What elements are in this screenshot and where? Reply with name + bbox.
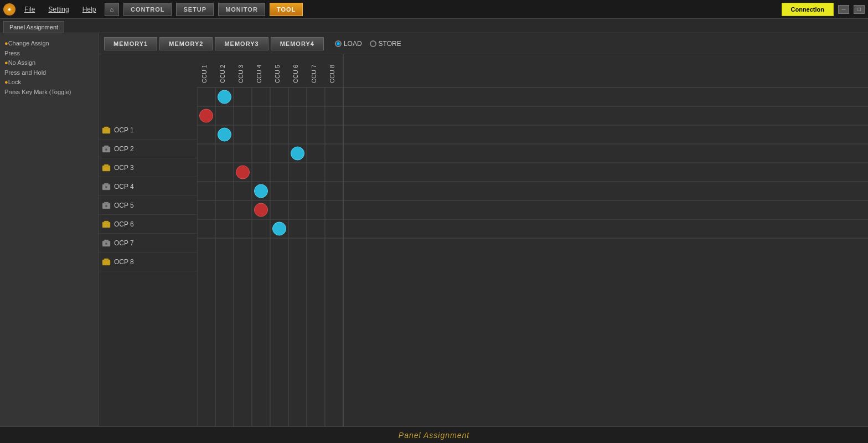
app-icon: ● (3, 3, 16, 16)
help-line-3b: Press Key Mark (Toggle) (4, 89, 71, 95)
svg-text:CCU 2: CCU 2 (219, 65, 226, 83)
svg-rect-8 (104, 183, 108, 185)
ocp1-label: OCP 1 (114, 126, 134, 134)
ocp6-icon (102, 220, 111, 229)
bullet-3: ● (4, 79, 8, 85)
ocp7-label: OCP 7 (114, 239, 134, 247)
nav-tool-button[interactable]: TOOL (270, 3, 303, 16)
panel-tab-bar: Panel Assignment (0, 19, 868, 33)
content-area: MEMORY1 MEMORY2 MEMORY3 MEMORY4 LOAD STO… (99, 33, 868, 426)
svg-point-53 (255, 184, 268, 198)
svg-text:CCU 7: CCU 7 (311, 65, 317, 83)
nav-control-button[interactable]: CONTROL (123, 3, 172, 16)
memory4-button[interactable]: MEMORY4 (271, 37, 324, 50)
svg-point-17 (105, 243, 107, 245)
store-radio-circle (370, 40, 376, 47)
menu-help[interactable]: Help (78, 4, 101, 14)
svg-text:CCU 3: CCU 3 (237, 65, 244, 83)
ocp7-icon (102, 239, 111, 248)
grid-container: OCP 1 OCP 2 OCP 3 OCP 4 OCP 5 (99, 54, 868, 426)
memory-bar: MEMORY1 MEMORY2 MEMORY3 MEMORY4 LOAD STO… (99, 33, 868, 54)
help-line-1b: Press (4, 50, 20, 56)
ocp4-label: OCP 4 (114, 183, 134, 190)
svg-point-49 (200, 109, 213, 122)
svg-text:CCU 5: CCU 5 (274, 65, 281, 83)
help-line-2a: No Assign (8, 59, 36, 66)
svg-rect-16 (104, 240, 108, 241)
ocp1-icon (102, 126, 111, 135)
help-line-2b: Press and Hold (4, 69, 46, 76)
svg-rect-18 (102, 260, 110, 265)
assignment-grid: CCU 1CCU 2CCU 3CCU 4CCU 5CCU 6CCU 7CCU 8 (197, 54, 868, 426)
svg-point-12 (105, 205, 107, 207)
ocp-row-6[interactable]: OCP 6 (99, 215, 197, 234)
maximize-button[interactable]: □ (854, 5, 865, 14)
sidebar: ●Change Assign Press ●No Assign Press an… (0, 33, 99, 426)
svg-text:CCU 8: CCU 8 (329, 65, 335, 83)
svg-text:CCU 4: CCU 4 (256, 65, 262, 83)
panel-assignment-tab[interactable]: Panel Assignment (3, 21, 64, 33)
svg-rect-20 (197, 54, 868, 426)
svg-text:CCU 6: CCU 6 (292, 65, 299, 83)
svg-point-48 (218, 90, 231, 104)
svg-point-50 (218, 128, 231, 141)
load-radio[interactable]: LOAD (335, 40, 362, 48)
svg-rect-13 (102, 222, 110, 228)
svg-rect-1 (104, 127, 108, 128)
nav-home-button[interactable]: ⌂ (105, 3, 119, 16)
ocp2-icon (102, 145, 111, 153)
footer: Panel Assignment (0, 426, 868, 443)
bullet-2: ● (4, 59, 8, 66)
store-label: STORE (379, 40, 401, 48)
ocp5-icon (102, 201, 111, 210)
svg-point-55 (273, 222, 286, 235)
ocp8-label: OCP 8 (114, 258, 134, 266)
bullet-1: ● (4, 40, 8, 47)
nav-setup-button[interactable]: SETUP (176, 3, 214, 16)
ocp-row-3[interactable]: OCP 3 (99, 158, 197, 177)
load-radio-circle (335, 40, 342, 47)
ocp3-icon (102, 163, 111, 172)
svg-point-52 (236, 166, 250, 179)
svg-point-54 (255, 203, 268, 217)
ocp6-label: OCP 6 (114, 220, 134, 228)
svg-rect-0 (102, 128, 110, 133)
help-text: ●Change Assign Press ●No Assign Press an… (4, 39, 94, 97)
svg-rect-6 (104, 164, 108, 166)
load-label: LOAD (344, 40, 362, 48)
ocp2-label: OCP 2 (114, 145, 134, 153)
svg-text:CCU 1: CCU 1 (201, 65, 208, 83)
titlebar: ● File Setting Help ⌂ CONTROL SETUP MONI… (0, 0, 868, 19)
ocp3-label: OCP 3 (114, 164, 134, 172)
help-line-3a: Lock (8, 79, 21, 85)
connection-button[interactable]: Connection (782, 3, 834, 16)
svg-rect-5 (102, 166, 110, 171)
store-radio[interactable]: STORE (370, 40, 401, 48)
grid-area[interactable]: CCU 1CCU 2CCU 3CCU 4CCU 5CCU 6CCU 7CCU 8 (197, 54, 868, 426)
ocp-labels: OCP 1 OCP 2 OCP 3 OCP 4 OCP 5 (99, 54, 197, 426)
ocp4-icon (102, 182, 111, 191)
memory3-button[interactable]: MEMORY3 (215, 37, 268, 50)
svg-point-51 (291, 147, 304, 160)
svg-point-9 (105, 186, 107, 188)
ocp-row-7[interactable]: OCP 7 (99, 234, 197, 253)
svg-point-4 (105, 148, 107, 151)
main-content: ●Change Assign Press ●No Assign Press an… (0, 33, 868, 426)
ocp-row-8[interactable]: OCP 8 (99, 253, 197, 271)
ocp-row-2[interactable]: OCP 2 (99, 140, 197, 158)
svg-rect-3 (104, 146, 108, 147)
menu-setting[interactable]: Setting (44, 4, 73, 14)
svg-rect-14 (104, 221, 108, 223)
menu-file[interactable]: File (20, 4, 39, 14)
nav-monitor-button[interactable]: MONITOR (218, 3, 265, 16)
footer-text: Panel Assignment (399, 431, 469, 440)
ocp8-icon (102, 257, 111, 266)
ocp-row-5[interactable]: OCP 5 (99, 196, 197, 215)
help-line-1a: Change Assign (8, 40, 49, 47)
svg-rect-11 (104, 202, 108, 204)
minimize-button[interactable]: ─ (838, 5, 849, 14)
memory2-button[interactable]: MEMORY2 (159, 37, 213, 50)
memory1-button[interactable]: MEMORY1 (104, 37, 157, 50)
ocp-row-1[interactable]: OCP 1 (99, 121, 197, 140)
ocp-row-4[interactable]: OCP 4 (99, 177, 197, 196)
